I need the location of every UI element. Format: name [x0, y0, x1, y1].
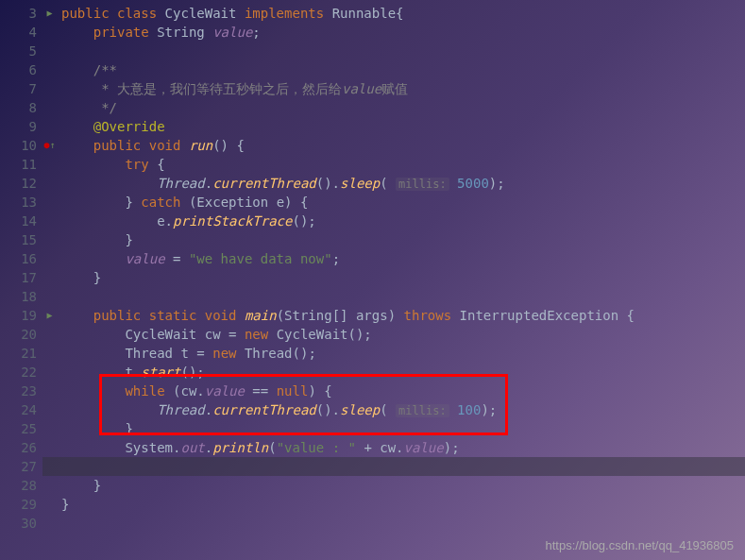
line-number: 8 [0, 98, 37, 117]
code-line[interactable]: e.printStackTrace(); [61, 212, 745, 230]
line-number: 13 [0, 193, 37, 212]
code-line[interactable]: Thread t = new Thread(); [61, 344, 745, 363]
line-number: 28 [0, 476, 37, 495]
line-number: 29 [0, 495, 37, 514]
line-number: 9 [0, 117, 37, 136]
line-number: 14 [0, 212, 37, 230]
code-line[interactable]: public class CycleWait implements Runnab… [61, 4, 745, 23]
parameter-hint: millis: [396, 178, 449, 191]
line-number: 23 [0, 382, 37, 400]
code-line[interactable]: } [61, 495, 745, 514]
code-line[interactable]: Thread.currentThread().sleep( millis: 50… [61, 174, 745, 193]
line-number: 10 [0, 136, 37, 155]
code-content[interactable]: public class CycleWait implements Runnab… [42, 0, 745, 560]
code-editor[interactable]: 3 4 5 6 7 8 9 10 11 12 13 14 15 16 17 18… [0, 0, 745, 560]
line-number: 11 [0, 155, 37, 174]
line-number: 19 [0, 306, 37, 325]
line-number: 17 [0, 268, 37, 287]
code-line[interactable]: System.out.println("value : " + cw.value… [61, 438, 745, 457]
code-line[interactable]: */ [61, 98, 745, 117]
line-number: 16 [0, 249, 37, 268]
line-number: 7 [0, 79, 37, 98]
code-line[interactable]: @Override [61, 117, 745, 136]
line-number-gutter: 3 4 5 6 7 8 9 10 11 12 13 14 15 16 17 18… [0, 0, 42, 560]
code-line[interactable]: t.start(); [61, 363, 745, 382]
code-line[interactable]: value = "we have data now"; [61, 249, 745, 268]
line-number: 18 [0, 287, 37, 306]
code-line[interactable]: Thread.currentThread().sleep( millis: 10… [61, 400, 745, 419]
line-number: 12 [0, 174, 37, 193]
line-number: 4 [0, 23, 37, 42]
code-line[interactable]: CycleWait cw = new CycleWait(); [61, 325, 745, 344]
line-number: 5 [0, 42, 37, 60]
watermark-text: https://blog.csdn.net/qq_41936805 [546, 538, 735, 552]
line-number: 21 [0, 344, 37, 363]
parameter-hint: millis: [396, 404, 449, 417]
line-number: 20 [0, 325, 37, 344]
code-line[interactable] [61, 287, 745, 306]
code-line[interactable]: } [61, 419, 745, 438]
code-line[interactable]: /** [61, 60, 745, 79]
code-line[interactable]: } catch (Exception e) { [61, 193, 745, 212]
code-line[interactable] [61, 457, 745, 476]
code-line[interactable]: } [61, 230, 745, 249]
code-line[interactable]: public void run() { [61, 136, 745, 155]
line-number: 30 [0, 514, 37, 533]
line-number: 27 [0, 457, 37, 476]
code-line[interactable] [61, 514, 745, 533]
line-number: 22 [0, 363, 37, 382]
line-number: 15 [0, 230, 37, 249]
code-line[interactable] [61, 42, 745, 60]
line-number: 25 [0, 419, 37, 438]
code-line[interactable]: while (cw.value == null) { [61, 382, 745, 400]
code-line[interactable]: } [61, 476, 745, 495]
code-line[interactable]: private String value; [61, 23, 745, 42]
code-line[interactable]: * 大意是，我们等待五秒钟之后，然后给value赋值 [61, 79, 745, 98]
line-number: 6 [0, 60, 37, 79]
code-line[interactable]: public static void main(String[] args) t… [61, 306, 745, 325]
code-line[interactable]: } [61, 268, 745, 287]
line-number: 3 [0, 4, 37, 23]
code-line[interactable]: try { [61, 155, 745, 174]
line-number: 24 [0, 400, 37, 419]
line-number: 26 [0, 438, 37, 457]
